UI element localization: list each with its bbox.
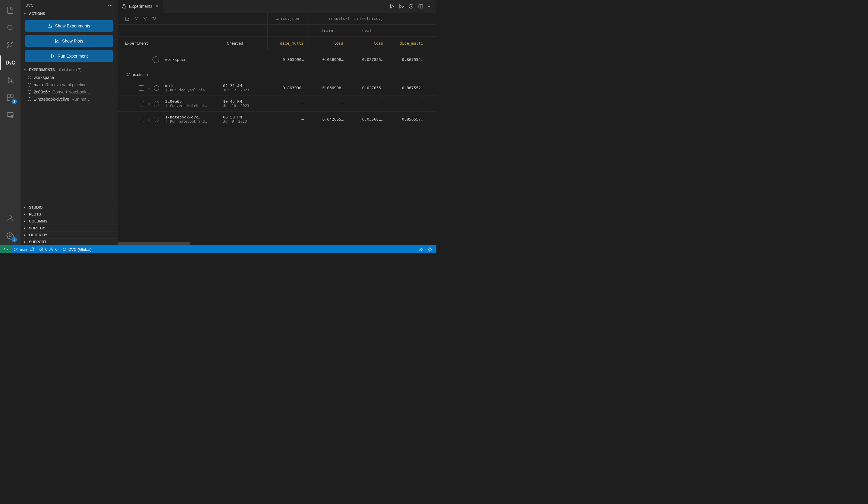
more-actions-button[interactable]: ⋯ xyxy=(428,4,432,9)
tab-close-button[interactable] xyxy=(155,4,159,8)
branch-add-button[interactable]: ＋ xyxy=(146,72,149,78)
col-loss-train[interactable]: loss xyxy=(307,37,347,50)
table-plots-button[interactable] xyxy=(125,16,130,21)
status-notifications-button[interactable] xyxy=(428,247,432,252)
table-branch-button[interactable] xyxy=(152,16,157,21)
col-dice-multi-2[interactable]: dice_multi xyxy=(387,37,427,50)
branch-remove-button[interactable]: － xyxy=(153,72,156,78)
status-dvc[interactable]: DVC (Global) xyxy=(60,245,94,253)
row-main[interactable]: ☆ main Run dvc.yaml pip… 02:31 AM Jun 12… xyxy=(117,80,436,96)
horizontal-scrollbar[interactable] xyxy=(117,243,436,245)
status-feedback-button[interactable] xyxy=(419,247,423,252)
account-icon xyxy=(6,214,14,222)
ring-icon xyxy=(28,90,31,94)
radio-icon[interactable] xyxy=(154,101,159,106)
radio-icon[interactable] xyxy=(154,85,159,91)
col-group-train[interactable]: train xyxy=(307,25,347,37)
activity-search[interactable] xyxy=(3,21,18,35)
row-1-notebook[interactable]: ☆ 1-notebook-dvc… Run notebook and… 06:5… xyxy=(117,112,436,127)
activity-account[interactable] xyxy=(3,211,18,225)
row-checkbox[interactable] xyxy=(138,101,144,106)
star-button[interactable]: ☆ xyxy=(148,117,150,122)
sidebar-exp-notebook[interactable]: 1-notebook-dvclive Run not… xyxy=(21,95,117,103)
svg-point-10 xyxy=(9,216,12,218)
section-experiments-header[interactable]: EXPERIMENTS 0 of 4 (max 7) xyxy=(21,66,117,73)
svg-point-36 xyxy=(63,248,66,250)
row-checkbox[interactable] xyxy=(138,85,144,91)
svg-point-13 xyxy=(57,40,58,40)
svg-rect-5 xyxy=(7,95,10,97)
section-actions-label: ACTIONS xyxy=(29,12,45,16)
section-support-header[interactable]: SUPPORT xyxy=(21,238,117,245)
cell-metric: 0.027835… xyxy=(347,80,387,95)
section-actions-header[interactable]: ACTIONS xyxy=(21,11,117,17)
status-branch[interactable]: main xyxy=(11,245,37,253)
split-button[interactable] xyxy=(418,3,423,9)
show-plots-button[interactable]: Show Plots xyxy=(25,35,113,47)
row-branch-main[interactable]: main ＋ － xyxy=(117,69,436,80)
radio-icon[interactable] xyxy=(154,117,159,122)
tab-experiments[interactable]: Experiments xyxy=(117,0,164,13)
col-experiment[interactable]: Experiment xyxy=(117,37,223,50)
table-star-button[interactable] xyxy=(134,16,138,21)
sidebar-exp-main[interactable]: main Run dvc.yaml pipeline xyxy=(21,81,117,88)
section-columns-header[interactable]: COLUMNS xyxy=(21,218,117,225)
star-button[interactable]: ☆ xyxy=(148,101,150,106)
col-group-train-metrics[interactable]: results/train/metrics.j xyxy=(307,13,387,24)
section-experiments-meta: 0 of 4 (max 7) xyxy=(59,68,81,72)
status-problems[interactable]: 0 0 xyxy=(37,245,60,253)
run-all-button[interactable] xyxy=(399,3,404,9)
col-group-metrics-json[interactable]: …rics.json xyxy=(268,13,307,24)
double-play-icon xyxy=(399,3,404,9)
activity-run-debug[interactable] xyxy=(3,73,18,88)
sidebar-exp-2c00e6e[interactable]: 2c00e6e Convert Notebook … xyxy=(21,88,117,95)
sidebar-more-button[interactable]: ⋯ xyxy=(108,2,113,8)
radio-icon[interactable] xyxy=(153,56,159,63)
col-group-eval[interactable]: eval xyxy=(347,25,387,37)
cell-metric: – xyxy=(268,96,307,111)
activity-settings[interactable]: 1 xyxy=(3,228,18,243)
activity-remote[interactable] xyxy=(3,108,18,122)
col-loss-eval[interactable]: loss xyxy=(347,37,387,50)
row-2c00e6e[interactable]: ☆ 2c00e6e Convert Notebook… 10:45 PM Jun… xyxy=(117,96,436,112)
extensions-badge: 3 xyxy=(11,99,17,104)
activity-extensions[interactable]: 3 xyxy=(3,90,18,105)
activity-source-control[interactable] xyxy=(3,38,18,52)
status-remote-button[interactable] xyxy=(0,245,11,253)
svg-point-34 xyxy=(17,248,17,248)
cell-name: workspace xyxy=(165,57,220,62)
show-experiments-button[interactable]: Show Experiments xyxy=(25,20,113,32)
activity-dvc[interactable]: D∨C xyxy=(3,55,18,70)
section-sortby-header[interactable]: SORT BY xyxy=(21,225,117,232)
svg-rect-6 xyxy=(11,95,13,97)
section-plots-header[interactable]: PLOTS xyxy=(21,211,117,218)
section-filterby-header[interactable]: FILTER BY xyxy=(21,232,117,238)
col-dice-multi-1[interactable]: dice_multi xyxy=(268,37,307,50)
chevron-right-icon xyxy=(23,233,27,237)
section-studio-header[interactable]: STUDIO xyxy=(21,204,117,211)
beaker-icon xyxy=(48,23,53,28)
table-filter-button[interactable] xyxy=(143,16,148,21)
run-experiment-button[interactable]: Run Experiment xyxy=(25,50,113,62)
refresh-button[interactable] xyxy=(409,3,414,9)
cell-time: 02:31 AM xyxy=(223,83,268,88)
branch-icon xyxy=(152,16,157,21)
svg-point-17 xyxy=(126,19,127,19)
chevron-right-icon xyxy=(23,213,27,216)
star-button[interactable]: ☆ xyxy=(148,85,150,90)
close-icon xyxy=(155,4,159,8)
scroll-thumb[interactable] xyxy=(117,243,190,245)
activity-explorer[interactable] xyxy=(3,3,18,18)
run-button[interactable] xyxy=(389,3,394,9)
activity-more[interactable]: ⋯ xyxy=(3,125,18,140)
sidebar-exp-workspace[interactable]: workspace xyxy=(21,74,117,81)
svg-point-31 xyxy=(166,121,167,122)
row-workspace[interactable]: workspace 0.863990… 0.036998… 0.027835… … xyxy=(117,50,436,69)
col-created[interactable]: Created xyxy=(223,37,268,50)
settings-badge: 1 xyxy=(11,237,17,243)
feedback-icon xyxy=(419,247,423,252)
chevron-down-icon xyxy=(23,68,27,72)
row-checkbox[interactable] xyxy=(138,117,144,122)
clock-plus-icon xyxy=(409,3,414,9)
warning-icon xyxy=(49,247,53,251)
